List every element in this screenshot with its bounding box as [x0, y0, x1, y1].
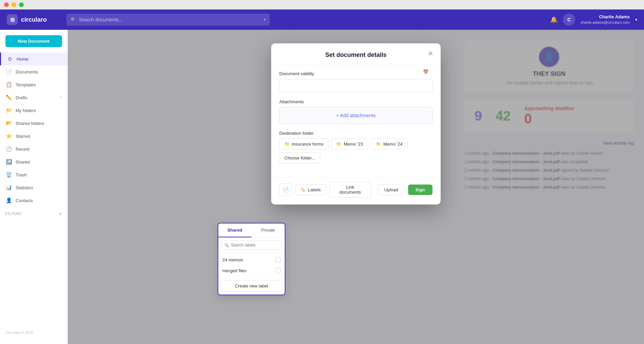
- templates-icon: 📋: [5, 82, 12, 88]
- starred-icon: ⭐: [5, 133, 12, 139]
- labels-tabs: Shared Private: [218, 223, 285, 238]
- filters-expand-icon[interactable]: +: [59, 211, 62, 216]
- filters-section: FILTERS +: [0, 207, 67, 218]
- labels-button[interactable]: 🏷️ Labels: [295, 184, 326, 195]
- nav-right: 🔔 C Charlie Adams charlie.adams@circular…: [550, 14, 637, 26]
- my-folders-icon: 📁: [5, 107, 12, 113]
- folder-icon: 📁: [284, 142, 290, 147]
- sidebar-item-label: Recent: [16, 147, 29, 152]
- document-icon-button[interactable]: 📄: [279, 183, 292, 196]
- top-navigation: ⊞ circularo 🔍 Search documents... ▾ 🔔 C …: [0, 9, 644, 30]
- destination-folder-group: Destination folder 📁 Insurance forms 📁 M…: [279, 131, 432, 164]
- modal-backdrop: Set document details ✕ Document validity…: [68, 30, 644, 344]
- sidebar-item-label: Drafts: [16, 95, 27, 100]
- avatar[interactable]: C: [563, 14, 575, 26]
- drafts-icon: ✏️: [5, 94, 12, 101]
- search-icon: 🔍: [71, 17, 76, 22]
- destination-folder-label: Destination folder: [279, 131, 432, 136]
- sign-button[interactable]: Sign: [408, 185, 432, 195]
- contacts-icon: 👤: [5, 197, 12, 203]
- modal-header: Set document details ✕: [271, 43, 441, 64]
- folder-memo-24[interactable]: 📁 Memo '24: [371, 138, 408, 150]
- labels-search-area: 🔍: [218, 238, 285, 253]
- modal-title: Set document details: [279, 51, 432, 59]
- notification-icon[interactable]: 🔔: [550, 16, 558, 23]
- sidebar-item-templates[interactable]: 📋 Templates: [0, 78, 67, 91]
- document-validity-group: Document validity 📅: [279, 71, 432, 92]
- label-checkbox-merged-files[interactable]: [275, 268, 281, 273]
- sidebar-item-shared-folders[interactable]: 📂 Shared folders: [0, 117, 67, 130]
- content-area: 👤 THEY SIGN ...for multiple parties and …: [68, 30, 644, 344]
- maximize-button[interactable]: [19, 2, 24, 7]
- logo-icon: ⊞: [7, 14, 18, 25]
- folder-insurance-forms[interactable]: 📁 Insurance forms: [279, 138, 328, 150]
- home-icon: ⊙: [6, 56, 13, 62]
- sidebar-item-trash[interactable]: 🗑️ Trash: [0, 168, 67, 181]
- sidebar-item-home[interactable]: ⊙ Home: [0, 52, 67, 65]
- search-wrapper: 🔍: [222, 240, 281, 250]
- sidebar-footer: Circularo © 2025: [0, 326, 67, 339]
- folder-icon: 📁: [336, 142, 342, 147]
- modal-close-button[interactable]: ✕: [426, 49, 435, 58]
- label-icon: 🏷️: [300, 187, 306, 192]
- validity-label: Document validity: [279, 71, 432, 76]
- new-document-button[interactable]: New Document: [5, 35, 62, 47]
- statistics-icon: 📊: [5, 185, 12, 191]
- close-button[interactable]: [4, 2, 9, 7]
- sidebar-item-label: Contacts: [16, 198, 33, 203]
- search-input-placeholder: Search documents...: [79, 17, 122, 22]
- label-item-24-memos[interactable]: 24 memos: [218, 254, 285, 265]
- choose-folder-button[interactable]: Choose folder...: [279, 152, 320, 164]
- set-document-details-modal: Set document details ✕ Document validity…: [271, 43, 441, 205]
- modal-body: Document validity 📅 Attachments + Add at…: [271, 64, 441, 177]
- recent-icon: 🕐: [5, 146, 12, 152]
- calendar-icon: 📅: [423, 69, 428, 74]
- sidebar-item-contacts[interactable]: 👤 Contacts: [0, 194, 67, 207]
- folder-icon: 📁: [376, 142, 381, 147]
- sidebar-item-drafts[interactable]: ✏️ Drafts +: [0, 91, 67, 104]
- trash-icon: 🗑️: [5, 172, 12, 178]
- user-menu-chevron[interactable]: ▾: [635, 17, 637, 22]
- minimize-button[interactable]: [12, 2, 16, 7]
- logo-text: circularo: [21, 16, 47, 23]
- add-attachments-button[interactable]: + Add attachments: [279, 107, 432, 124]
- label-checkbox-24-memos[interactable]: [275, 257, 281, 262]
- attachments-label: Attachments: [279, 99, 432, 104]
- folder-options: 📁 Insurance forms 📁 Memo '23 📁 Memo '24: [279, 138, 432, 164]
- labels-search-input[interactable]: [222, 240, 281, 250]
- label-item-merged-files[interactable]: merged files: [218, 265, 285, 276]
- sidebar-item-documents[interactable]: 📄 Documents: [0, 65, 67, 78]
- sidebar-item-label: Starred: [16, 134, 30, 139]
- validity-input[interactable]: [279, 79, 432, 92]
- sidebar-item-label: Templates: [16, 82, 36, 87]
- tab-shared[interactable]: Shared: [218, 223, 251, 237]
- label-list: 24 memos merged files: [218, 253, 285, 277]
- drafts-expand-icon[interactable]: +: [59, 94, 62, 101]
- shared-icon: ↗️: [5, 159, 12, 165]
- sidebar-item-label: Documents: [16, 69, 38, 74]
- sidebar-item-my-folders[interactable]: 📁 My folders: [0, 104, 67, 117]
- sidebar-item-starred[interactable]: ⭐ Starred: [0, 130, 67, 143]
- create-new-label-button[interactable]: Create new label: [221, 280, 282, 292]
- shared-folders-icon: 📂: [5, 120, 12, 126]
- sidebar-item-label: Home: [17, 57, 28, 62]
- folder-memo-23[interactable]: 📁 Memo '23: [331, 138, 368, 150]
- sidebar-item-label: My folders: [16, 108, 36, 113]
- tab-private[interactable]: Private: [251, 223, 285, 237]
- modal-footer: 📄 🏷️ Labels Link documents Upload Sign: [271, 177, 441, 205]
- sidebar-item-shared[interactable]: ↗️ Shared: [0, 155, 67, 168]
- document-icon: 📄: [282, 187, 289, 193]
- sidebar-item-label: Statistics: [16, 185, 33, 190]
- documents-icon: 📄: [5, 69, 12, 75]
- attachments-group: Attachments + Add attachments: [279, 99, 432, 124]
- search-bar[interactable]: 🔍 Search documents... ▾: [66, 14, 270, 26]
- labels-dropdown: Shared Private 🔍 24 memos merged file: [218, 223, 285, 295]
- sidebar-item-recent[interactable]: 🕐 Recent: [0, 143, 67, 155]
- search-icon: 🔍: [224, 243, 229, 248]
- sidebar-item-label: Shared: [16, 159, 30, 165]
- main-layout: New Document ⊙ Home 📄 Documents 📋 Templa…: [0, 30, 644, 344]
- upload-button[interactable]: Upload: [378, 184, 405, 195]
- link-documents-button[interactable]: Link documents: [329, 181, 371, 198]
- sidebar: New Document ⊙ Home 📄 Documents 📋 Templa…: [0, 30, 68, 344]
- sidebar-item-statistics[interactable]: 📊 Statistics: [0, 181, 67, 194]
